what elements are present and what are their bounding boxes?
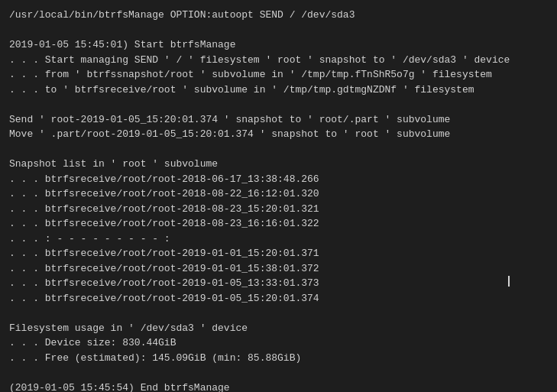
terminal-output: /usr/local/bin/btrfsManage OPTION:autoop… bbox=[0, 0, 557, 392]
cursor bbox=[508, 276, 510, 287]
